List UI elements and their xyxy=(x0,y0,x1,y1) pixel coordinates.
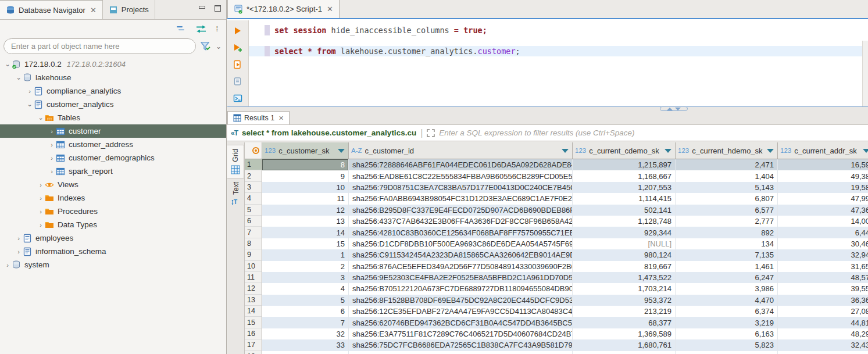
row-number[interactable]: 3 xyxy=(245,182,262,193)
column-header-c_customer_sk[interactable]: 123c_customer_sk xyxy=(262,142,349,159)
tree-item-customer-analytics[interactable]: ⌄customer_analytics xyxy=(0,98,226,111)
cell-c_current_hdemo_sk[interactable]: 6,577 xyxy=(676,205,778,216)
explain-plan-icon[interactable] xyxy=(233,77,242,86)
row-number[interactable]: 11 xyxy=(245,272,262,283)
tree-item-spark-report[interactable]: ›spark_report xyxy=(0,165,226,178)
chevron-right-icon[interactable]: › xyxy=(37,208,45,215)
cell-c_customer_id[interactable]: sha256:8F1528BB708DF69EB475DC92A8C20EC44… xyxy=(349,295,573,306)
cell-c_customer_sk[interactable]: 34 xyxy=(262,351,349,354)
cell-c_customer_sk[interactable]: 13 xyxy=(262,216,349,227)
tree-item-indexes[interactable]: ›Indexes xyxy=(0,191,226,205)
cell-c_current_cdemo_sk[interactable]: 980,124 xyxy=(573,249,676,260)
object-filter-input[interactable] xyxy=(3,38,196,54)
column-header-c_current_cdemo_sk[interactable]: 123c_current_cdemo_sk xyxy=(573,142,676,159)
cell-c_customer_id[interactable]: sha256:B705122120A673FC7DE6889727DB11809… xyxy=(349,283,573,294)
cell-c_current_addr_sk[interactable]: 36,36 xyxy=(778,295,868,306)
cell-c_current_addr_sk[interactable]: 49,38 xyxy=(778,170,868,181)
cell-c_customer_sk[interactable]: 6 xyxy=(262,306,349,317)
expand-filter-icon[interactable] xyxy=(427,129,435,137)
table-row[interactable]: 714sha256:42810C83B0360CE125634F068BAF8F… xyxy=(245,227,868,238)
table-row[interactable]: 113sha256:9E52303CE4FBA2E2F0525E8A5BFBD2… xyxy=(245,272,868,283)
column-filter-arrow-icon[interactable] xyxy=(767,149,774,153)
cell-c_current_addr_sk[interactable]: 30,46 xyxy=(778,238,868,249)
row-number[interactable]: 4 xyxy=(245,193,262,204)
column-filter-arrow-icon[interactable] xyxy=(338,149,345,153)
cell-c_current_cdemo_sk[interactable]: 1,369,589 xyxy=(573,328,676,339)
cell-c_customer_sk[interactable]: 10 xyxy=(262,182,349,193)
cell-c_customer_id[interactable]: sha256:876ACE5EFED349A2D56F77D5084891433… xyxy=(349,261,573,272)
cell-c_customer_id[interactable]: sha256:75DC7FCB6686EDA72565C1B838CA7FC43… xyxy=(349,339,573,351)
cell-c_customer_sk[interactable]: 14 xyxy=(262,227,349,238)
cell-c_customer_sk[interactable]: 1 xyxy=(262,249,349,260)
column-header-c_current_hdemo_sk[interactable]: 123c_current_hdemo_sk xyxy=(676,142,778,159)
cell-c_current_cdemo_sk[interactable]: 1,680,761 xyxy=(573,339,676,351)
cell-c_customer_sk[interactable]: 15 xyxy=(262,238,349,249)
cell-c_current_cdemo_sk[interactable]: [NULL] xyxy=(573,351,676,354)
table-row[interactable]: 18sha256:72888646ABF61FA044EDEC061D6DA5A… xyxy=(245,159,868,170)
cell-c_customer_sk[interactable]: 3 xyxy=(262,272,349,283)
row-number[interactable]: 9 xyxy=(245,249,262,260)
row-number[interactable]: 7 xyxy=(245,227,262,238)
tab-text-view[interactable]: Text T xyxy=(227,178,244,210)
row-number[interactable]: 12 xyxy=(245,283,262,294)
cell-c_customer_sk[interactable]: 9 xyxy=(262,170,349,181)
cell-c_current_hdemo_sk[interactable]: 5,143 xyxy=(676,182,778,193)
cell-c_current_cdemo_sk[interactable]: [NULL] xyxy=(573,238,676,249)
cell-c_current_addr_sk[interactable]: 14,00 xyxy=(778,216,868,227)
cell-c_current_addr_sk[interactable]: 27,08 xyxy=(778,306,868,317)
row-number[interactable]: 13 xyxy=(245,295,262,306)
cell-c_customer_sk[interactable]: 5 xyxy=(262,295,349,306)
cell-c_customer_id[interactable]: sha256:D1CDF8DBB10F500EA9693C86DE6DEAA05… xyxy=(349,238,573,249)
cell-c_customer_id[interactable]: sha256:E3A77511F81C7289C76C4065217D5D406… xyxy=(349,328,573,339)
cell-c_customer_id[interactable]: sha256:9E52303CE4FBA2E2F0525E8A5BFBD2C1A… xyxy=(349,272,573,283)
cell-c_customer_sk[interactable]: 33 xyxy=(262,339,349,351)
column-filter-arrow-icon[interactable] xyxy=(863,149,868,153)
cell-c_customer_id[interactable]: sha256:72888646ABF61FA044EDEC061D6DA5A09… xyxy=(349,159,573,170)
tab-results-1[interactable]: Results 1 ✕ xyxy=(227,111,290,124)
table-row[interactable]: 91sha256:C9115342454A2323DA815865CAA3260… xyxy=(245,249,868,260)
row-number[interactable]: 14 xyxy=(245,306,262,317)
row-number[interactable]: 17 xyxy=(245,339,262,351)
cell-c_customer_id[interactable]: sha256:12CE35EFDABF272A4A47E9FA9CC5D4113… xyxy=(349,306,573,317)
cell-c_current_cdemo_sk[interactable]: 1,128,748 xyxy=(573,216,676,227)
cell-c_current_addr_sk[interactable]: 31,65 xyxy=(778,261,868,272)
close-icon[interactable]: ✕ xyxy=(327,5,333,13)
chevron-right-icon[interactable]: › xyxy=(48,141,56,148)
cell-c_customer_sk[interactable]: 7 xyxy=(262,317,349,328)
chevron-right-icon[interactable]: › xyxy=(48,128,56,135)
row-number[interactable]: 5 xyxy=(245,205,262,216)
cell-c_current_hdemo_sk[interactable]: 1,461 xyxy=(676,261,778,272)
results-filter-bar[interactable]: «T select * from lakehouse.customer_anal… xyxy=(227,124,868,141)
chevron-down-icon[interactable]: ⌄ xyxy=(3,60,12,68)
table-row[interactable]: 512sha256:B295D8FC337E9E4FECD0725D907ACD… xyxy=(245,205,868,216)
cell-c_current_cdemo_sk[interactable]: 68,377 xyxy=(573,317,676,328)
cell-c_current_hdemo_sk[interactable]: 6,163 xyxy=(676,328,778,339)
filter-funnel-icon[interactable] xyxy=(201,42,211,51)
tree-item-information-schema[interactable]: ›information_schema xyxy=(0,245,226,258)
table-row[interactable]: 411sha256:FA0ABB6943B98054FC31D12D3E3AEC… xyxy=(245,193,868,204)
table-row[interactable]: 102sha256:876ACE5EFED349A2D56F77D5084891… xyxy=(245,261,868,272)
row-number[interactable]: 16 xyxy=(245,328,262,339)
cell-c_customer_id[interactable]: sha256:C9115342454A2323DA815865CAA326064… xyxy=(349,249,573,260)
chevron-down-icon[interactable]: ⌄ xyxy=(15,74,23,81)
tree-item-customer-demographics[interactable]: ›customer_demographics xyxy=(0,151,226,165)
cell-c_customer_sk[interactable]: 32 xyxy=(262,328,349,339)
minimize-icon[interactable] xyxy=(198,5,206,12)
result-grid[interactable]: 123c_customer_skA-Zc_customer_id123c_cur… xyxy=(245,142,868,354)
code-line[interactable]: set session hide_inaccessible_columns = … xyxy=(249,25,868,35)
cell-c_current_cdemo_sk[interactable]: 1,168,667 xyxy=(573,170,676,181)
chevron-down-icon[interactable]: ⌄ xyxy=(26,101,34,108)
cell-c_current_cdemo_sk[interactable]: 502,141 xyxy=(573,205,676,216)
close-icon[interactable]: ✕ xyxy=(90,6,97,15)
cell-c_current_addr_sk[interactable]: 37,50 xyxy=(778,351,868,354)
table-row[interactable]: 135sha256:8F1528BB708DF69EB475DC92A8C20E… xyxy=(245,295,868,306)
cell-c_customer_sk[interactable]: 4 xyxy=(262,283,349,294)
cell-c_current_cdemo_sk[interactable]: 1,207,553 xyxy=(573,182,676,193)
collapse-all-icon[interactable] xyxy=(176,24,187,33)
cell-c_current_addr_sk[interactable]: 48,29 xyxy=(778,328,868,339)
execute-statement-icon[interactable] xyxy=(233,26,242,35)
cell-c_customer_sk[interactable]: 11 xyxy=(262,193,349,204)
tree-item-customer[interactable]: ›customer xyxy=(0,124,226,138)
maximize-icon[interactable] xyxy=(214,5,222,12)
column-header-c_current_addr_sk[interactable]: 123c_current_addr_sk xyxy=(778,142,868,159)
